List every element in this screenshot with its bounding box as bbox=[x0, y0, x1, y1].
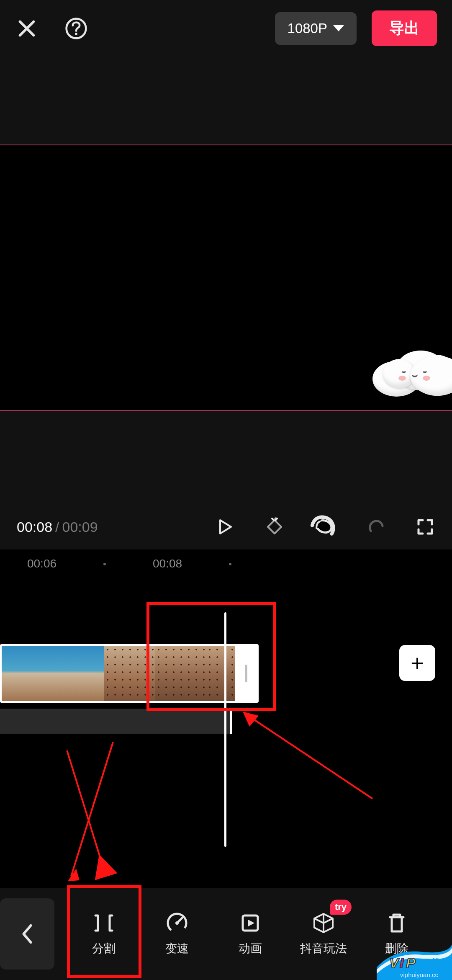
svg-text:P: P bbox=[406, 955, 416, 971]
redo-icon bbox=[365, 517, 385, 537]
top-right-group: 1080P 导出 bbox=[275, 10, 437, 46]
tool-animation[interactable]: 动画 bbox=[213, 888, 287, 980]
trash-icon bbox=[385, 911, 408, 935]
time-display: 00:08/00:09 bbox=[17, 519, 98, 535]
timeline-ruler: 00:06 00:08 bbox=[0, 557, 452, 574]
resolution-dropdown[interactable]: 1080P bbox=[275, 12, 357, 45]
svg-text:V: V bbox=[389, 955, 400, 971]
export-label: 导出 bbox=[389, 19, 419, 36]
preview-sticker-cloud bbox=[372, 351, 452, 401]
resolution-label: 1080P bbox=[288, 21, 327, 36]
ruler-tick: 00:08 bbox=[153, 557, 182, 570]
svg-point-1 bbox=[75, 32, 77, 35]
time-current: 00:08 bbox=[17, 519, 52, 535]
top-left-group bbox=[15, 17, 88, 40]
secondary-track[interactable] bbox=[0, 709, 232, 734]
undo-button[interactable] bbox=[315, 517, 335, 537]
help-button[interactable] bbox=[64, 17, 88, 40]
watermark-sub: 下载 bbox=[419, 957, 441, 970]
playhead[interactable] bbox=[224, 612, 226, 847]
toolbar-back-button[interactable] bbox=[0, 898, 54, 970]
ruler-dot bbox=[229, 563, 231, 565]
clip-thumbnail bbox=[155, 646, 206, 701]
tool-douyin-play[interactable]: try 抖音玩法 bbox=[287, 888, 360, 980]
cube-icon bbox=[312, 911, 335, 935]
playback-row: 00:08/00:09 + bbox=[0, 510, 452, 544]
speed-icon bbox=[165, 911, 189, 935]
clip-trim-handle[interactable] bbox=[235, 646, 257, 701]
chevron-left-icon bbox=[20, 923, 35, 945]
svg-line-6 bbox=[247, 715, 372, 799]
time-total: 00:09 bbox=[62, 519, 98, 535]
clip-thumbnail bbox=[2, 646, 53, 701]
split-icon bbox=[92, 911, 116, 935]
svg-text:I: I bbox=[400, 955, 404, 971]
close-icon bbox=[15, 17, 39, 40]
watermark: V I P 下载 viphuiyuan.cc bbox=[377, 944, 452, 980]
video-clip[interactable] bbox=[0, 644, 259, 703]
tool-split[interactable]: 分割 bbox=[67, 888, 140, 980]
add-clip-button[interactable]: + bbox=[399, 645, 435, 681]
svg-line-5 bbox=[71, 742, 113, 876]
animation-icon bbox=[239, 911, 262, 935]
video-preview[interactable] bbox=[0, 144, 452, 411]
redo-button[interactable] bbox=[365, 517, 385, 537]
tool-label: 分割 bbox=[92, 941, 116, 957]
ruler-tick: 00:06 bbox=[27, 557, 56, 570]
try-badge: try bbox=[330, 900, 352, 915]
top-bar: 1080P 导出 bbox=[0, 0, 452, 57]
tool-label: 抖音玩法 bbox=[300, 941, 347, 957]
export-button[interactable]: 导出 bbox=[372, 10, 437, 46]
tool-label: 动画 bbox=[239, 941, 262, 957]
annotation-arrow bbox=[59, 742, 126, 885]
plus-icon: + bbox=[411, 650, 424, 676]
undo-icon bbox=[99, 510, 452, 544]
playback-controls: + bbox=[214, 517, 435, 537]
ruler-dot bbox=[103, 563, 106, 565]
chevron-down-icon bbox=[333, 25, 344, 31]
svg-line-4 bbox=[67, 750, 105, 872]
annotation-arrow bbox=[234, 707, 377, 803]
tool-label: 变速 bbox=[165, 941, 189, 957]
watermark-url: viphuiyuan.cc bbox=[400, 971, 438, 978]
timeline[interactable]: 00:06 00:08 + bbox=[0, 549, 452, 888]
clip-thumbnail bbox=[104, 646, 155, 701]
svg-point-9 bbox=[175, 921, 179, 925]
help-icon bbox=[64, 17, 88, 40]
svg-line-3 bbox=[67, 750, 105, 872]
close-button[interactable] bbox=[15, 17, 39, 40]
clip-thumbnail bbox=[53, 646, 104, 701]
tool-speed[interactable]: 变速 bbox=[140, 888, 213, 980]
